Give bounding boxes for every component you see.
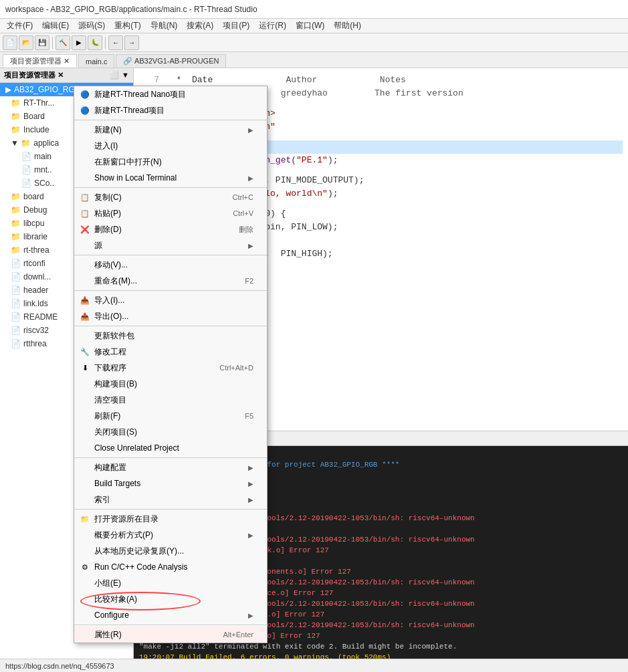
- code-line-header1: 7 * Date Author Notes: [139, 74, 623, 87]
- ctx-copy[interactable]: 📋 复制(C) Ctrl+C: [74, 189, 267, 205]
- ctx-download[interactable]: ⬇ 下载程序 Ctrl+Alt+D: [74, 360, 267, 376]
- ctx-modify-project[interactable]: 🔧 修改工程: [74, 344, 267, 360]
- ctx-update-pkg[interactable]: 更新软件包: [74, 328, 267, 344]
- toolbar-back[interactable]: ←: [108, 35, 123, 50]
- folder-icon-include: 📁: [11, 125, 21, 134]
- ctx-open-new-window[interactable]: 在新窗口中打开(N): [74, 154, 267, 170]
- ctx-nano-icon: 🔵: [80, 89, 90, 100]
- panel-header: 项目资源管理器 ✕ ⬜ ▼: [0, 68, 133, 83]
- toolbar-save[interactable]: 💾: [35, 35, 49, 50]
- menu-help[interactable]: 帮助(H): [330, 19, 365, 33]
- menu-edit[interactable]: 编辑(E): [38, 19, 73, 33]
- toolbar-open[interactable]: 📂: [19, 35, 33, 50]
- ctx-refresh[interactable]: 刷新(F) F5: [74, 408, 267, 424]
- ctx-enter[interactable]: 进入(I): [74, 138, 267, 154]
- file-icon-rtconfi: 📄: [11, 259, 21, 268]
- tree-label-downl: downl...: [23, 272, 51, 282]
- ctx-team[interactable]: 小组(E): [74, 575, 267, 591]
- ctx-sep-2: [74, 187, 267, 188]
- ctx-paste[interactable]: 📋 粘贴(P) Ctrl+V: [74, 205, 267, 221]
- ctx-close-project[interactable]: 关闭项目(S): [74, 424, 267, 440]
- tree-label-header: header: [23, 286, 48, 295]
- menu-bar: 文件(F) 编辑(E) 源码(S) 重构(T) 导航(N) 搜索(A) 项目(P…: [0, 19, 628, 33]
- tree-label-rtconfi: rtconfi: [23, 259, 45, 268]
- ctx-close-unrelated[interactable]: Close Unrelated Project: [74, 440, 267, 456]
- menu-search[interactable]: 搜索(A): [183, 19, 217, 33]
- file-icon-header: 📄: [11, 286, 21, 295]
- folder-icon-rtthread: 📁: [11, 98, 21, 108]
- ctx-restore-history[interactable]: 从本地历史记录复原(Y)...: [74, 543, 267, 559]
- file-icon-sco: 📄: [21, 179, 31, 188]
- tree-label-mnt: mnt..: [34, 165, 52, 175]
- panel-menu-icon[interactable]: ▼: [122, 71, 129, 80]
- tab-ab32[interactable]: 🔗 AB32VG1-AB-PROUGEN: [116, 54, 226, 68]
- status-bar: https://blog.csdn.net/nq_4559673: [0, 659, 628, 672]
- ctx-move[interactable]: 移动(V)...: [74, 257, 267, 273]
- ctx-show-local-terminal[interactable]: Show in Local Terminal ▶: [74, 170, 267, 186]
- toolbar-sep1: [52, 37, 53, 49]
- ctx-compare[interactable]: 比较对象(A): [74, 591, 267, 607]
- ctx-profile[interactable]: 概要分析方式(P) ▶: [74, 527, 267, 543]
- ctx-import[interactable]: 📥 导入(I)...: [74, 292, 267, 308]
- ctx-source[interactable]: 源 ▶: [74, 237, 267, 253]
- menu-project[interactable]: 项目(P): [219, 19, 253, 33]
- menu-window[interactable]: 窗口(W): [292, 19, 328, 33]
- ctx-sep-7: [74, 509, 267, 510]
- ctx-open-dir[interactable]: 📁 打开资源所在目录: [74, 511, 267, 527]
- tree-label-rtthrea2: rtthrea: [23, 339, 47, 348]
- ctx-new-nano[interactable]: 🔵 新建RT-Thread Nano项目: [74, 86, 267, 102]
- file-icon-rtthrea2: 📄: [11, 339, 21, 348]
- ctx-new-rtthread[interactable]: 🔵 新建RT-Thread项目: [74, 102, 267, 118]
- ctx-new[interactable]: 新建(N) ▶: [74, 122, 267, 138]
- ctx-sep-3: [74, 255, 267, 255]
- folder-icon-rtthrea: 📁: [11, 245, 21, 255]
- menu-navigate[interactable]: 导航(N): [146, 19, 182, 33]
- ctx-run-analysis[interactable]: ⚙ Run C/C++ Code Analysis: [74, 559, 267, 575]
- ctx-modify-icon: 🔧: [80, 346, 90, 357]
- file-icon-linklds: 📄: [11, 299, 21, 308]
- ctx-sep-1: [74, 120, 267, 120]
- toolbar-build[interactable]: 🔨: [56, 35, 70, 50]
- tree-label-include: Include: [23, 125, 49, 134]
- ctx-delete[interactable]: ❌ 删除(D) 删除: [74, 221, 267, 237]
- tab-bar: 项目资源管理器 ✕ main.c 🔗 AB32VG1-AB-PROUGEN: [0, 52, 628, 68]
- ctx-rt-icon: 🔵: [80, 105, 90, 116]
- menu-run[interactable]: 运行(R): [255, 19, 290, 33]
- menu-refactor[interactable]: 重构(T): [110, 19, 144, 33]
- ctx-build-targets[interactable]: Build Targets ▶: [74, 475, 267, 491]
- ctx-download-icon: ⬇: [80, 362, 90, 373]
- tree-label-debug: Debug: [23, 205, 47, 215]
- tree-label-applica: applica: [33, 138, 59, 148]
- menu-source[interactable]: 源码(S): [74, 19, 109, 33]
- tree-label-riscv32: riscv32: [23, 326, 49, 335]
- ctx-index[interactable]: 索引 ▶: [74, 491, 267, 508]
- toolbar-run[interactable]: ▶: [72, 35, 86, 50]
- folder-icon-applica: ▼ 📁: [11, 138, 31, 148]
- tab-mainc[interactable]: main.c: [78, 54, 114, 68]
- toolbar-new[interactable]: 📄: [3, 35, 17, 50]
- ctx-sep-4: [74, 290, 267, 291]
- file-icon-readme: 📄: [11, 312, 21, 322]
- ctx-build-config[interactable]: 构建配置 ▶: [74, 459, 267, 475]
- file-icon-downl: 📄: [11, 272, 21, 282]
- tree-label-librarie: librarie: [23, 232, 47, 241]
- tab-explorer[interactable]: 项目资源管理器 ✕: [3, 54, 77, 68]
- ctx-analysis-icon: ⚙: [80, 562, 90, 572]
- menu-file[interactable]: 文件(F): [3, 19, 37, 33]
- ctx-export[interactable]: 📤 导出(O)...: [74, 308, 267, 324]
- toolbar-forward[interactable]: →: [124, 35, 139, 50]
- title-text: workspace - AB32_GPIO_RGB/applications/m…: [5, 5, 257, 14]
- ctx-delete-icon: ❌: [80, 224, 90, 235]
- folder-icon-board2: 📁: [11, 192, 21, 201]
- panel-collapse-icon[interactable]: ⬜: [110, 71, 119, 80]
- toolbar-debug[interactable]: 🐛: [88, 35, 102, 50]
- ctx-rename[interactable]: 重命名(M)... F2: [74, 273, 267, 289]
- ctx-clean[interactable]: 清空项目: [74, 392, 267, 408]
- panel-title: 项目资源管理器 ✕: [4, 70, 64, 80]
- ctx-properties[interactable]: 属性(R) Alt+Enter: [74, 627, 267, 643]
- ctx-build[interactable]: 构建项目(B): [74, 376, 267, 392]
- toolbar-sep2: [105, 37, 106, 49]
- tree-label-board2: board: [23, 192, 44, 201]
- tree-label-rtthread: RT-Thr...: [23, 98, 54, 108]
- ctx-configure[interactable]: Configure ▶: [74, 607, 267, 623]
